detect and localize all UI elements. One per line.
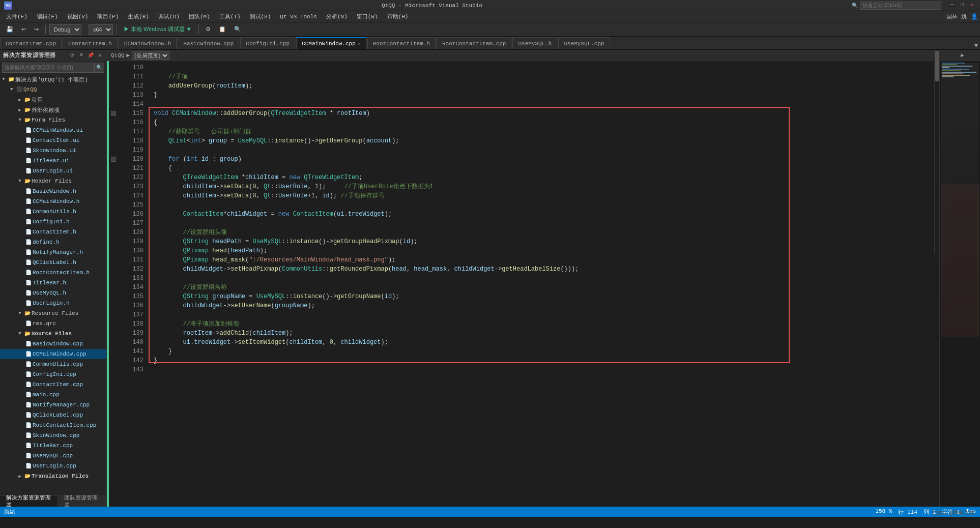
- tree-item-ccmainwindow-ui[interactable]: 📄 CCMainWindow.ui: [0, 125, 106, 135]
- tab-contactitem-h[interactable]: ContactItem.h: [63, 37, 118, 49]
- fold-button-115[interactable]: −: [111, 111, 116, 116]
- gutter-line-120[interactable]: −: [109, 155, 118, 164]
- tab-close-icon[interactable]: ✕: [358, 41, 361, 47]
- tree-item-userlogin-cpp[interactable]: 📄UserLogin.cpp: [0, 461, 106, 471]
- menu-test[interactable]: 测试(S): [246, 12, 275, 21]
- minimize-button[interactable]: ─: [948, 2, 956, 9]
- tree-item-ref[interactable]: ▶ 📂 引用: [0, 95, 106, 105]
- sidebar-pin-button[interactable]: 📌: [87, 52, 94, 59]
- menu-window[interactable]: 窗口(W): [353, 12, 382, 21]
- tree-item-rootcontactitem-cpp[interactable]: 📄RootContactItem.cpp: [0, 420, 106, 430]
- search-input[interactable]: [2, 63, 94, 73]
- maximize-button[interactable]: □: [959, 2, 966, 9]
- tab-team-explorer[interactable]: 团队资源管理器: [58, 496, 106, 507]
- tab-ccmainwindow-h[interactable]: CCMainWindow.h: [119, 37, 177, 49]
- menu-analyze[interactable]: 分析(N): [322, 12, 352, 21]
- tree-item-userlogin-ui[interactable]: 📄 UserLogin.ui: [0, 166, 106, 176]
- tree-item-notifymanager-cpp[interactable]: 📄NotifyManager.cpp: [0, 400, 106, 410]
- search-button[interactable]: 🔍: [94, 63, 104, 73]
- tree-item-basicwindow-cpp[interactable]: 📄BasicWindow.cpp: [0, 339, 106, 349]
- tab-rootcontactitem-cpp[interactable]: RootContactItem.cpp: [437, 37, 511, 49]
- tree-item-contactitem-cpp[interactable]: 📄ContactItem.cpp: [0, 379, 106, 390]
- tree-item-commonutils-cpp[interactable]: 📄CommonUtils.cpp: [0, 359, 106, 369]
- tab-configini-cpp[interactable]: ConfigIni.cpp: [240, 37, 295, 49]
- menu-file[interactable]: 文件(F): [2, 12, 32, 21]
- config-dropdown[interactable]: Debug: [49, 24, 81, 35]
- tree-item-titlebar-h[interactable]: 📄TitleBar.h: [0, 278, 106, 288]
- toolbar-btn-3[interactable]: 🔍: [231, 24, 244, 35]
- menu-debug[interactable]: 调试(D): [154, 12, 184, 21]
- sidebar-options-button[interactable]: ≡: [78, 52, 85, 59]
- tree-item-res-qrc[interactable]: 📄res.qrc: [0, 318, 106, 329]
- run-button[interactable]: ▶ 本地 Windows 调试器 ▼: [121, 24, 195, 35]
- tab-solution-explorer[interactable]: 解决方案资源管理器: [0, 496, 58, 507]
- tree-item-contactitem-ui[interactable]: 📄 ContactItem.ui: [0, 135, 106, 145]
- sidebar-tools: ⟳ ≡ 📌 ✕: [69, 52, 103, 59]
- menu-edit[interactable]: 编辑(E): [33, 12, 62, 21]
- tab-usemysql-h[interactable]: UseMySQL.h: [512, 37, 557, 49]
- tab-rootcontactitem-h[interactable]: RootContactItem.h: [367, 37, 436, 49]
- vertical-scrollbar[interactable]: [934, 51, 939, 254]
- tree-item-form-files[interactable]: ▼ 📂 Form Files: [0, 115, 106, 125]
- menu-build[interactable]: 生成(B): [124, 12, 153, 21]
- tree-item-solution[interactable]: ▼ 📁 解决方案'QtQQ'(1 个项目): [0, 74, 106, 84]
- tree-item-qclicklabel-h[interactable]: 📄QClickLabel.h: [0, 257, 106, 268]
- tree-item-main-cpp[interactable]: 📄main.cpp: [0, 390, 106, 400]
- undo-button[interactable]: ↩: [18, 24, 29, 35]
- toolbar-btn-1[interactable]: ⚙: [203, 24, 214, 35]
- sidebar-close-button[interactable]: ✕: [96, 52, 103, 59]
- tree-item-ext[interactable]: ▶ 📂 外部依赖项: [0, 105, 106, 115]
- fold-button-120[interactable]: −: [111, 157, 116, 162]
- scrollbar-thumb[interactable]: [935, 51, 939, 81]
- tree-item-notifymanager-h[interactable]: 📄NotifyManager.h: [0, 247, 106, 257]
- gutter-line-115[interactable]: −: [109, 109, 118, 118]
- tree-item-define-h[interactable]: 📄define.h: [0, 237, 106, 247]
- tree-item-skinwindow-cpp[interactable]: 📄SkinWindow.cpp: [0, 430, 106, 441]
- tree-item-resource-files[interactable]: ▼ 📂 Resource Files: [0, 308, 106, 318]
- tree-item-userlogin-h[interactable]: 📄UserLogin.h: [0, 298, 106, 308]
- line-num-135: 135: [118, 292, 143, 301]
- tree-item-skinwindow-ui[interactable]: 📄 SkinWindow.ui: [0, 145, 106, 156]
- collapse-button[interactable]: ▶: [961, 52, 976, 58]
- tree-item-ccmainwindow-h[interactable]: 📄CCMainWindow.h: [0, 196, 106, 207]
- tab-basicwindow-cpp[interactable]: BasicWindow.cpp: [178, 37, 239, 49]
- tree-item-source-files[interactable]: ▼ 📂 Source Files: [0, 329, 106, 339]
- tree-item-usemysql-cpp[interactable]: 📄UseMySQL.cpp: [0, 451, 106, 461]
- tree-item-translation-files[interactable]: ▶ 📂 Translation Files: [0, 471, 106, 481]
- quick-launch-input[interactable]: [860, 2, 941, 10]
- menu-qtvs[interactable]: Qt VS Tools: [276, 13, 321, 21]
- code-editor[interactable]: //子项 addUserGroup(rootItem); } void CCMa…: [149, 61, 939, 507]
- fn-name: instance: [275, 137, 304, 144]
- menu-project[interactable]: 项目(P): [93, 12, 123, 21]
- menu-team[interactable]: 团队(M): [185, 12, 214, 21]
- var-name: treeWidget: [194, 339, 230, 346]
- tree-item-contactitem-h[interactable]: 📄ContactItem.h: [0, 227, 106, 237]
- tree-item-usemysql-h[interactable]: 📄UseMySQL.h: [0, 288, 106, 298]
- platform-dropdown[interactable]: x64: [89, 24, 113, 35]
- tab-usemysql-cpp[interactable]: UseMySQL.cpp: [558, 37, 610, 49]
- tree-item-commonutils-h[interactable]: 📄CommonUtils.h: [0, 207, 106, 217]
- tree-item-qclicklabel-cpp[interactable]: 📄QClickLabel.cpp: [0, 410, 106, 420]
- tree-item-configini-h[interactable]: 📄ConfigIni.h: [0, 217, 106, 227]
- num-lit: 1: [315, 183, 319, 190]
- tree-item-header-files[interactable]: ▼ 📂 Header Files: [0, 176, 106, 186]
- toolbar-btn-2[interactable]: 📋: [216, 24, 229, 35]
- tree-item-basicwindow-h[interactable]: 📄BasicWindow.h: [0, 186, 106, 196]
- sidebar-sync-button[interactable]: ⟳: [69, 52, 76, 59]
- tree-item-qtqq[interactable]: ▼ ⬛ QtQQ: [0, 84, 106, 95]
- close-button[interactable]: ✕: [969, 2, 976, 9]
- tab-overflow-button[interactable]: ▼: [972, 42, 980, 49]
- tree-item-configini-cpp[interactable]: 📄ConfigIni.cpp: [0, 369, 106, 379]
- redo-button[interactable]: ↪: [31, 24, 42, 35]
- tree-item-titlebar-cpp[interactable]: 📄TitleBar.cpp: [0, 441, 106, 451]
- save-button[interactable]: 💾: [3, 24, 16, 35]
- menu-view[interactable]: 视图(V): [63, 12, 93, 21]
- tree-item-rootcontactitem-h[interactable]: 📄RootContactItem.h: [0, 268, 106, 278]
- tree-item-ccmainwindow-cpp[interactable]: 📄CCMainWindow.cpp: [0, 349, 106, 359]
- menu-tools[interactable]: 工具(T): [215, 12, 245, 21]
- scope-dropdown[interactable]: (全局范围): [132, 51, 169, 60]
- tab-contactitem-cpp[interactable]: ContactItem.cpp: [0, 37, 62, 49]
- tree-item-titlebar-ui[interactable]: 📄 TitleBar.ui: [0, 156, 106, 166]
- tab-ccmainwindow-cpp[interactable]: CCMainWindow.cpp ✕: [296, 37, 366, 49]
- menu-help[interactable]: 帮助(H): [383, 12, 413, 21]
